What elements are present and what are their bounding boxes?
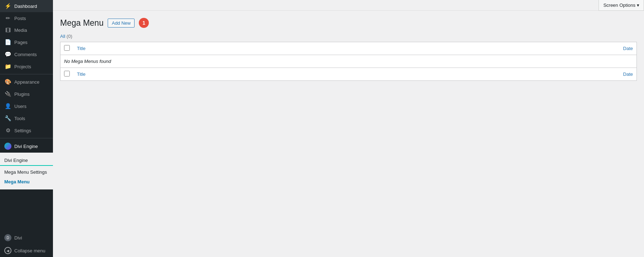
sidebar-item-posts[interactable]: ✏ Posts — [0, 12, 53, 24]
sidebar-item-appearance[interactable]: 🎨 Appearance — [0, 76, 53, 88]
divi-bottom-section: D Divi ◀ Collapse menu — [0, 231, 53, 257]
sidebar-item-mega-menu-settings[interactable]: Mega Menu Settings — [0, 167, 53, 177]
sidebar-divider-2 — [0, 138, 53, 138]
collapse-icon: ◀ — [4, 247, 11, 254]
posts-icon: ✏ — [4, 15, 11, 21]
sidebar-item-label: Plugins — [14, 92, 30, 97]
filter-bar: All (0) — [60, 34, 637, 39]
appearance-icon: 🎨 — [4, 79, 11, 85]
sidebar-item-pages[interactable]: 📄 Pages — [0, 36, 53, 48]
filter-all-link[interactable]: All (0) — [60, 34, 72, 39]
projects-icon: 📁 — [4, 63, 11, 70]
settings-icon: ⚙ — [4, 127, 11, 134]
table-row-empty: No Mega Menus found — [60, 55, 637, 68]
badge: 1 — [139, 18, 149, 28]
no-items-message: No Mega Menus found — [60, 55, 637, 68]
sidebar-item-mega-menu[interactable]: Mega Menu — [0, 177, 53, 187]
dashboard-icon: ⚡ — [4, 3, 11, 9]
page-area: Mega Menu Add New 1 All (0) Title Date — [53, 11, 644, 257]
media-icon: 🎞 — [4, 27, 11, 33]
top-bar: Screen Options ▾ — [53, 0, 644, 11]
filter-all-label: All — [60, 34, 65, 39]
sidebar: ⚡ Dashboard ✏ Posts 🎞 Media 📄 Pages 💬 Co… — [0, 0, 53, 257]
sidebar-item-projects[interactable]: 📁 Projects — [0, 60, 53, 73]
table-footer-row: Title Date — [60, 68, 637, 81]
table-header-row: Title Date — [60, 42, 637, 55]
sidebar-item-label: Projects — [14, 64, 31, 69]
sidebar-item-label: Comments — [14, 52, 37, 57]
divi-engine-submenu: Divi Engine Mega Menu Settings Mega Menu — [0, 153, 53, 189]
filter-all-count: (0) — [67, 34, 72, 39]
table-tbody: No Mega Menus found — [60, 55, 637, 68]
sidebar-item-label: Tools — [14, 116, 25, 121]
add-new-button[interactable]: Add New — [108, 19, 135, 28]
divi-engine-label: Divi Engine — [14, 144, 38, 149]
posts-table: Title Date No Mega Menus found Title Dat… — [60, 42, 637, 81]
plugins-icon: 🔌 — [4, 91, 11, 97]
sidebar-item-dashboard[interactable]: ⚡ Dashboard — [0, 0, 53, 12]
table-tfoot: Title Date — [60, 68, 637, 81]
sidebar-item-settings[interactable]: ⚙ Settings — [0, 124, 53, 137]
select-all-checkbox[interactable] — [64, 45, 70, 51]
sidebar-item-label: Media — [14, 28, 27, 33]
col-title-footer[interactable]: Title — [73, 68, 343, 81]
page-header: Mega Menu Add New 1 — [60, 18, 637, 28]
page-title: Mega Menu — [60, 18, 103, 28]
sidebar-item-divi-engine-sub[interactable]: Divi Engine — [0, 155, 53, 166]
tools-icon: 🔧 — [4, 115, 11, 122]
screen-options-chevron-icon: ▾ — [637, 3, 639, 8]
main-content: Screen Options ▾ Mega Menu Add New 1 All… — [53, 0, 644, 257]
sidebar-item-divi-engine[interactable]: Divi Engine — [0, 140, 53, 153]
users-icon: 👤 — [4, 103, 11, 109]
sidebar-item-comments[interactable]: 💬 Comments — [0, 48, 53, 60]
sidebar-divider-1 — [0, 74, 53, 74]
sidebar-item-users[interactable]: 👤 Users — [0, 100, 53, 112]
screen-options-button[interactable]: Screen Options ▾ — [599, 0, 644, 11]
pages-icon: 📄 — [4, 39, 11, 45]
sidebar-item-label: Dashboard — [14, 4, 37, 9]
col-date-header[interactable]: Date — [343, 42, 637, 55]
sidebar-item-media[interactable]: 🎞 Media — [0, 24, 53, 36]
sidebar-item-label: Appearance — [14, 79, 39, 85]
table-thead: Title Date — [60, 42, 637, 55]
sidebar-item-plugins[interactable]: 🔌 Plugins — [0, 88, 53, 100]
sidebar-item-tools[interactable]: 🔧 Tools — [0, 112, 53, 124]
screen-options-label: Screen Options — [603, 3, 635, 8]
col-title-header[interactable]: Title — [73, 42, 343, 55]
divi-icon: D — [4, 234, 11, 241]
sidebar-item-label: Users — [14, 104, 26, 109]
col-checkbox-footer — [60, 68, 74, 81]
select-all-footer-checkbox[interactable] — [64, 71, 70, 76]
comments-icon: 💬 — [4, 51, 11, 58]
collapse-label: Collapse menu — [14, 248, 45, 253]
divi-engine-icon — [4, 143, 11, 150]
sidebar-item-divi[interactable]: D Divi — [0, 231, 53, 244]
sidebar-item-label: Pages — [14, 40, 28, 45]
col-date-footer[interactable]: Date — [343, 68, 637, 81]
sidebar-item-label: Settings — [14, 128, 31, 133]
sidebar-item-collapse[interactable]: ◀ Collapse menu — [0, 244, 53, 257]
col-checkbox-header — [60, 42, 74, 55]
sidebar-item-label: Posts — [14, 16, 26, 21]
divi-label: Divi — [14, 235, 22, 241]
